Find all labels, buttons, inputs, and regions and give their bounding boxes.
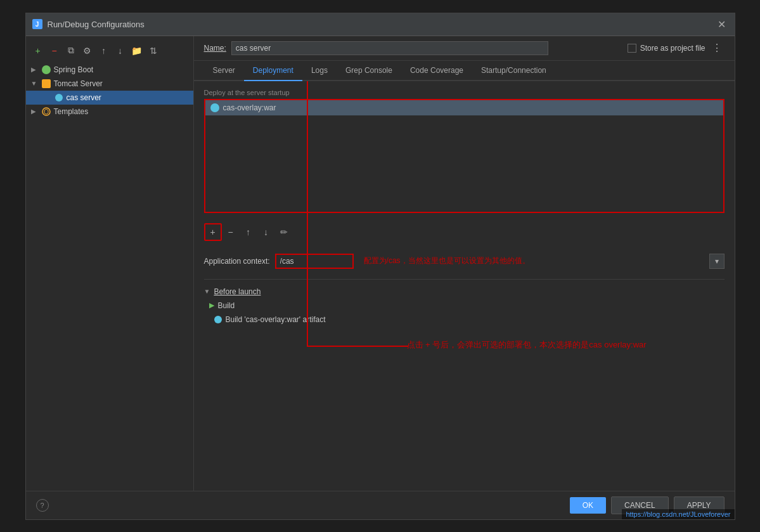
expand-icon: ▼ [31, 80, 39, 87]
sidebar-item-tomcat-server[interactable]: ▼ Tomcat Server [26, 77, 193, 91]
close-button[interactable]: ✕ [716, 18, 728, 30]
deploy-list-box: cas-overlay:war [204, 99, 725, 213]
context-dropdown[interactable]: ▾ [709, 254, 725, 269]
expand-icon: ▶ [31, 108, 39, 115]
more-options-button[interactable]: ⋮ [709, 42, 725, 54]
settings-button[interactable]: ⚙ [81, 44, 94, 58]
context-input-wrapper [275, 254, 354, 269]
tab-content-deployment: Deploy at the server startup cas-overlay… [194, 81, 735, 491]
edit-deployment-button[interactable]: ✏ [275, 223, 293, 241]
context-annotation: 配置为/cas，当然这里也是可以设置为其他的值。 [364, 256, 530, 266]
remove-config-button[interactable]: − [48, 44, 61, 58]
tabs-bar: Server Deployment Logs Grep Console Code… [194, 61, 735, 81]
ok-button[interactable]: OK [570, 497, 606, 514]
sidebar-item-label: Spring Boot [54, 65, 94, 74]
build-sub-label: Build 'cas-overlay:war' artifact [226, 315, 326, 324]
deploy-list-item[interactable]: cas-overlay:war [205, 100, 723, 115]
build-item[interactable]: ▶ Build [204, 299, 725, 313]
deploy-item-icon [210, 103, 219, 112]
dialog-icon: J [32, 19, 42, 29]
help-button[interactable]: ? [36, 499, 49, 512]
annotation-label: 点击 + 号后，会弹出可选的部署包，本次选择的是cas overlay:war [407, 339, 647, 351]
deploy-section-label: Deploy at the server startup [204, 89, 725, 96]
deployment-section: Deploy at the server startup cas-overlay… [204, 89, 725, 213]
sidebar-item-label: Templates [54, 107, 89, 116]
application-context-row: Application context: 配置为/cas，当然这里也是可以设置为… [204, 251, 725, 271]
move-up-deployment-button[interactable]: ↑ [240, 223, 257, 241]
tab-logs[interactable]: Logs [302, 61, 337, 81]
name-row: Name: Store as project file ⋮ [194, 36, 735, 61]
annotation-horizontal-line [307, 346, 408, 347]
title-bar: J Run/Debug Configurations ✕ [26, 13, 735, 36]
spring-boot-icon [41, 65, 51, 75]
cas-icon [54, 93, 64, 103]
tab-grep-console[interactable]: Grep Console [337, 61, 401, 81]
before-launch-header[interactable]: ▼ Before launch [204, 285, 725, 299]
sidebar-item-label: cas server [67, 93, 101, 102]
tab-server[interactable]: Server [204, 61, 244, 81]
sidebar-toolbar: + − ⧉ ⚙ ↑ ↓ 📁 ⇅ [26, 41, 193, 60]
tomcat-icon [41, 79, 51, 89]
add-config-button[interactable]: + [31, 44, 45, 58]
add-deployment-button[interactable]: + [204, 223, 222, 241]
tab-code-coverage[interactable]: Code Coverage [401, 61, 472, 81]
remove-deployment-button[interactable]: − [222, 223, 240, 241]
sidebar-item-templates[interactable]: ▶ Templates [26, 105, 193, 119]
main-area: + − ⧉ ⚙ ↑ ↓ 📁 ⇅ ▶ Spring Boot ▼ [26, 36, 735, 491]
sidebar: + − ⧉ ⚙ ↑ ↓ 📁 ⇅ ▶ Spring Boot ▼ [26, 36, 194, 491]
before-launch-label: Before launch [214, 287, 261, 296]
run-debug-dialog: J Run/Debug Configurations ✕ + − ⧉ ⚙ ↑ ↓… [25, 13, 735, 520]
sidebar-item-label: Tomcat Server [54, 79, 103, 88]
copy-config-button[interactable]: ⧉ [64, 44, 78, 58]
title-bar-left: J Run/Debug Configurations [32, 19, 145, 29]
sort-button[interactable]: ⇅ [146, 44, 160, 58]
tab-deployment[interactable]: Deployment [244, 61, 302, 81]
name-input[interactable] [231, 41, 548, 55]
store-checkbox-label: Store as project file [640, 44, 705, 53]
sidebar-item-spring-boot[interactable]: ▶ Spring Boot [26, 63, 193, 77]
build-sub-icon [214, 316, 222, 323]
sidebar-item-cas-server[interactable]: cas server [26, 91, 193, 105]
store-checkbox[interactable] [628, 44, 636, 53]
dialog-title: Run/Debug Configurations [48, 20, 145, 29]
content-panel: Name: Store as project file ⋮ Server Dep… [194, 36, 735, 491]
footer-left: ? [36, 499, 49, 512]
deploy-toolbar: + − ↑ ↓ ✏ [204, 221, 725, 243]
context-input[interactable] [276, 255, 352, 268]
move-down-button[interactable]: ↓ [113, 44, 127, 58]
templates-icon [41, 107, 51, 117]
build-label: Build [218, 301, 235, 310]
before-launch-section: ▼ Before launch ▶ Build Build 'cas-overl… [204, 279, 725, 327]
build-sub-item[interactable]: Build 'cas-overlay:war' artifact [204, 313, 725, 327]
watermark: https://blog.csdn.net/JLoveforever [622, 509, 734, 519]
move-down-deployment-button[interactable]: ↓ [257, 223, 275, 241]
folder-button[interactable]: 📁 [130, 44, 144, 58]
tab-startup-connection[interactable]: Startup/Connection [472, 61, 555, 81]
build-arrow-icon: ▶ [209, 301, 214, 309]
store-row: Store as project file ⋮ [628, 42, 725, 54]
expand-icon: ▶ [31, 66, 39, 73]
deploy-item-text: cas-overlay:war [223, 103, 276, 112]
context-label: Application context: [204, 257, 270, 266]
move-up-button[interactable]: ↑ [97, 44, 111, 58]
name-label: Name: [204, 44, 226, 53]
